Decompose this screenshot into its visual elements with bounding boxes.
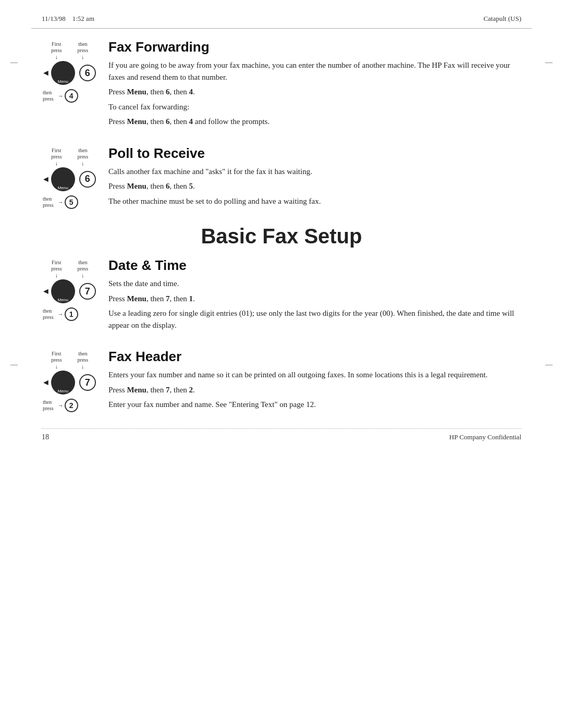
sub-number-badge-poll: 5	[65, 195, 78, 209]
main-number-badge-poll: 6	[79, 171, 96, 188]
menu-btn-row-fh: ◄ Menu 7	[42, 371, 96, 394]
first-press-label: First press ↓	[51, 41, 62, 60]
fh-para-1: Enters your fax number and name so it ca…	[108, 369, 521, 381]
dt-para-3: Use a leading zero for single digit entr…	[108, 307, 521, 331]
section-fax-forwarding: First press ↓ then press ↓ ◄	[42, 39, 521, 131]
icon-diagram-date-time: First press ↓ then press ↓ ◄	[42, 260, 99, 321]
press-labels-row-poll: First press ↓ then press ↓	[42, 147, 88, 166]
main-content: First press ↓ then press ↓ ◄	[0, 29, 563, 414]
fax-header-title: Fax Header	[108, 349, 521, 365]
first-press-label-poll: First press ↓	[51, 147, 62, 166]
ff-para-3: To cancel fax forwarding:	[108, 101, 521, 113]
then-press-label-dt: then press ↓	[78, 260, 89, 278]
ff-para-4: Press Menu, then 6, then 4 and follow th…	[108, 116, 521, 128]
page: 11/13/98 1:52 am Catapult (US) First pre…	[0, 0, 563, 728]
menu-btn-row-poll: ◄ Menu 6	[42, 167, 96, 191]
arrow-down-then: ↓	[81, 54, 84, 60]
ff-para-2: Press Menu, then 6, then 4.	[108, 86, 521, 98]
footer-confidential: HP Company Confidential	[449, 433, 521, 441]
poll-body: Calls another fax machine and "asks" it …	[108, 166, 521, 207]
header-date: 11/13/98	[42, 15, 66, 22]
menu-btn-row: ◄ Menu 6	[42, 61, 96, 85]
fax-forwarding-content: Fax Forwarding If you are going to be aw…	[108, 39, 521, 131]
menu-circle-poll: Menu	[51, 167, 75, 191]
then-press-row-poll: then press → 5	[42, 195, 78, 209]
section-date-time: First press ↓ then press ↓ ◄	[42, 257, 521, 334]
dt-para-2: Press Menu, then 7, then 1.	[108, 293, 521, 305]
then-press-label: then press ↓	[78, 41, 89, 60]
header-date-time: 11/13/98 1:52 am	[42, 15, 94, 23]
right-mark-mid	[545, 365, 553, 365]
left-arrow-icon-dt: ◄	[42, 287, 50, 296]
fax-forwarding-body: If you are going to be away from your fa…	[108, 59, 521, 128]
page-footer: 18 HP Company Confidential	[0, 429, 563, 450]
press-labels-row-fh: First press ↓ then press ↓	[42, 351, 88, 369]
first-press-label-dt: First press ↓	[51, 260, 62, 278]
then-press-row: then press → 4	[42, 89, 78, 103]
then-label: then	[43, 90, 52, 96]
fax-forwarding-title: Fax Forwarding	[108, 39, 521, 55]
left-mark-top	[10, 63, 18, 63]
main-number-badge-dt: 7	[79, 283, 96, 300]
arrow-down-first: ↓	[55, 54, 58, 60]
poll-para-3: The other machine must be set to do poll…	[108, 195, 521, 207]
sub-number-badge: 4	[65, 89, 78, 103]
menu-btn-row-dt: ◄ Menu 7	[42, 279, 96, 303]
press-label: press	[43, 96, 54, 102]
page-header: 11/13/98 1:52 am Catapult (US)	[0, 0, 563, 28]
then-press-row-dt: then press → 1	[42, 307, 78, 321]
right-mark-top	[545, 63, 553, 63]
then-press-label-poll: then press ↓	[78, 147, 89, 166]
press-labels-row: First press ↓ then press ↓	[42, 41, 88, 60]
fax-header-body: Enters your fax number and name so it ca…	[108, 369, 521, 411]
then-press-row-fh: then press → 2	[42, 399, 78, 412]
then-press-label-fh: then press ↓	[78, 351, 89, 369]
first-press-label-fh: First press ↓	[51, 351, 62, 369]
date-time-title: Date & Time	[108, 257, 521, 274]
left-arrow-icon-poll: ◄	[42, 175, 50, 184]
icon-diagram-fax-forwarding: First press ↓ then press ↓ ◄	[42, 41, 99, 103]
fh-para-2: Press Menu, then 7, then 2.	[108, 384, 521, 396]
then-press-arrow-icon: →	[58, 93, 64, 99]
dt-para-1: Sets the date and time.	[108, 278, 521, 290]
sub-number-badge-fh: 2	[65, 399, 78, 412]
date-time-body: Sets the date and time. Press Menu, then…	[108, 278, 521, 331]
fh-para-3: Enter your fax number and name. See "Ent…	[108, 399, 521, 411]
menu-circle-fh: Menu	[51, 371, 75, 394]
main-number-badge: 6	[79, 65, 96, 81]
poll-para-1: Calls another fax machine and "asks" it …	[108, 166, 521, 178]
fax-header-content: Fax Header Enters your fax number and na…	[108, 349, 521, 414]
date-time-content: Date & Time Sets the date and time. Pres…	[108, 257, 521, 334]
page-number: 18	[42, 433, 49, 441]
main-number-badge-fh: 7	[79, 374, 96, 391]
header-brand: Catapult (US)	[483, 15, 521, 23]
sub-number-badge-dt: 1	[65, 307, 78, 321]
menu-circle-dt: Menu	[51, 279, 75, 303]
left-mark-mid	[10, 365, 18, 365]
basic-fax-setup-title: Basic Fax Setup	[42, 225, 521, 248]
icon-diagram-fax-header: First press ↓ then press ↓ ◄	[42, 351, 99, 412]
header-time: 1:52 am	[72, 15, 94, 22]
press-labels-row-dt: First press ↓ then press ↓	[42, 260, 88, 278]
left-arrow-icon-fh: ◄	[42, 378, 50, 387]
section-poll-to-receive: First press ↓ then press ↓ ◄	[42, 145, 521, 211]
left-arrow-icon: ◄	[42, 68, 50, 78]
icon-diagram-poll: First press ↓ then press ↓ ◄	[42, 147, 99, 209]
ff-para-1: If you are going to be away from your fa…	[108, 59, 521, 83]
section-fax-header: First press ↓ then press ↓ ◄	[42, 349, 521, 414]
poll-title: Poll to Receive	[108, 145, 521, 162]
poll-content: Poll to Receive Calls another fax machin…	[108, 145, 521, 211]
poll-para-2: Press Menu, then 6, then 5.	[108, 180, 521, 192]
menu-circle: Menu	[51, 61, 75, 85]
